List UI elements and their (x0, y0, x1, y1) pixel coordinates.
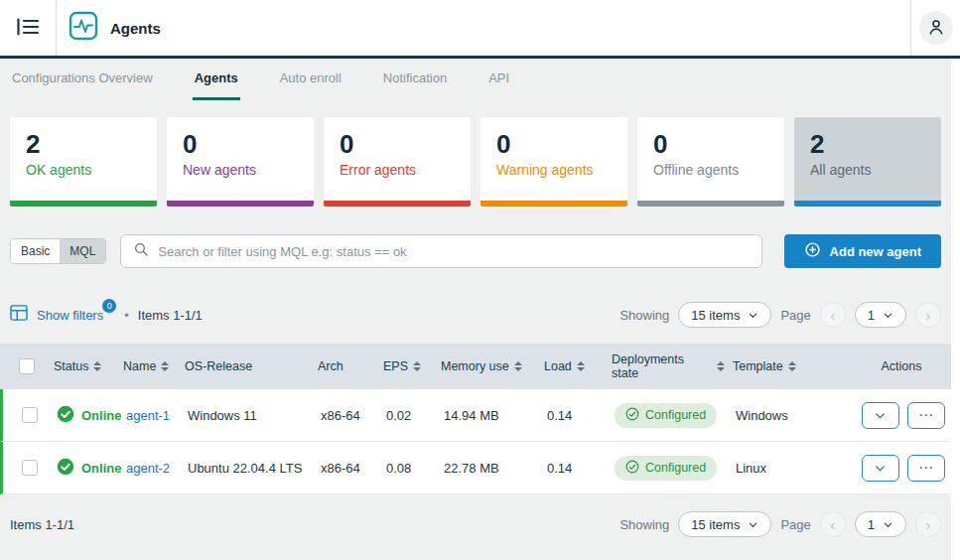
expand-row-button[interactable] (862, 402, 899, 429)
os-release-cell: Ubuntu 22.04.4 LTS (180, 461, 313, 476)
tab-auto-enroll[interactable]: Auto enroll (278, 70, 343, 100)
search-row: Basic MQL Add new agent (0, 207, 951, 268)
error-agents-count: 0 (340, 129, 455, 160)
topbar-user-area (910, 0, 960, 56)
mode-basic-button[interactable]: Basic (11, 239, 60, 263)
page-label: Page (780, 517, 810, 532)
row-menu-button[interactable]: ⋯ (907, 455, 945, 482)
offline-agents-label: Offline agents (653, 162, 768, 178)
card-new-agents[interactable]: 0 New agents (167, 117, 314, 207)
filters-count-badge: 0 (102, 299, 116, 313)
new-agents-label: New agents (183, 162, 298, 178)
deployments-state-cell: Configured (607, 403, 728, 428)
search-input[interactable] (158, 244, 749, 259)
offline-agents-count: 0 (653, 129, 768, 160)
warning-agents-count: 0 (496, 129, 612, 160)
items-per-page-value: 15 items (691, 517, 740, 532)
column-header-deployments-state[interactable]: Deployments state (604, 352, 725, 380)
load-cell: 0.14 (539, 408, 607, 423)
card-ok-agents[interactable]: 2 OK agents (10, 117, 157, 207)
table-toolbar: Show filters 0 • Items 1-1/1 Showing 15 … (0, 268, 951, 344)
status-text: Online (81, 408, 121, 423)
table-footer: Items 1-1/1 Showing 15 items Page ‹ 1 › (0, 494, 951, 554)
agent-name-link[interactable]: agent-1 (126, 408, 170, 423)
new-agents-count: 0 (183, 129, 298, 160)
table-header-row: Status Name OS-Release Arch EPS Memory u… (0, 344, 951, 389)
row-checkbox[interactable] (22, 460, 38, 476)
search-icon (133, 241, 149, 261)
arch-cell: x86-64 (313, 461, 378, 476)
footer-pager: Showing 15 items Page ‹ 1 › (619, 511, 941, 537)
card-error-agents[interactable]: 0 Error agents (324, 117, 471, 207)
chevron-down-icon (883, 519, 893, 530)
agents-app-icon (69, 11, 98, 45)
card-offline-agents[interactable]: 0 Offline agents (637, 117, 784, 207)
load-cell: 0.14 (539, 461, 607, 476)
add-new-agent-label: Add new agent (830, 244, 921, 259)
arch-cell: x86-64 (313, 408, 378, 423)
agent-name-link[interactable]: agent-2 (126, 461, 170, 476)
user-icon (927, 18, 945, 39)
select-all-checkbox[interactable] (19, 358, 35, 374)
status-online-icon (57, 458, 74, 479)
next-page-button[interactable]: › (915, 302, 941, 328)
template-cell: Linux (728, 461, 855, 476)
items-per-page-value: 15 items (691, 308, 740, 323)
check-circle-icon (625, 407, 639, 424)
column-header-eps[interactable]: EPS (375, 359, 433, 373)
add-new-agent-button[interactable]: Add new agent (784, 234, 941, 268)
items-per-page-select[interactable]: 15 items (678, 511, 771, 537)
os-release-cell: Windows 11 (180, 408, 313, 423)
tab-bar: Configurations Overview Agents Auto enro… (0, 59, 951, 100)
toolbar-left: Show filters 0 • Items 1-1/1 (10, 305, 203, 325)
column-header-name[interactable]: Name (115, 359, 177, 373)
row-actions: ⋯ (862, 455, 945, 482)
row-checkbox[interactable] (22, 407, 38, 423)
tab-configurations-overview[interactable]: Configurations Overview (10, 70, 155, 100)
column-header-load[interactable]: Load (536, 359, 604, 373)
showing-label: Showing (619, 517, 669, 532)
tab-agents[interactable]: Agents (193, 70, 240, 100)
filters-icon (10, 305, 28, 325)
sort-icon (93, 361, 101, 371)
sort-icon (577, 361, 585, 371)
status-online-icon (57, 405, 74, 426)
prev-page-button[interactable]: ‹ (820, 511, 846, 537)
tab-notification[interactable]: Notification (381, 70, 449, 100)
page-number-value: 1 (868, 517, 875, 532)
row-menu-button[interactable]: ⋯ (907, 402, 945, 429)
status-text: Online (81, 461, 121, 476)
table-row: Online agent-2 Ubuntu 22.04.4 LTS x86-64… (0, 442, 951, 494)
card-warning-agents[interactable]: 0 Warning agents (480, 117, 627, 207)
column-header-status[interactable]: Status (46, 359, 115, 373)
mode-mql-button[interactable]: MQL (60, 239, 105, 263)
main-content: Configurations Overview Agents Auto enro… (0, 59, 951, 560)
items-range-text: Items 1-1/1 (10, 517, 74, 532)
column-header-memory-use[interactable]: Memory use (433, 359, 536, 373)
page-number-select[interactable]: 1 (855, 302, 906, 328)
page-number-select[interactable]: 1 (855, 511, 906, 537)
prev-page-button[interactable]: ‹ (820, 302, 846, 328)
chevron-down-icon (748, 519, 758, 530)
eps-cell: 0.08 (378, 461, 436, 476)
toolbar-pager: Showing 15 items Page ‹ 1 › (619, 302, 941, 328)
deployments-state-cell: Configured (607, 456, 728, 481)
column-header-template[interactable]: Template (725, 359, 852, 373)
sidebar-toggle-button[interactable] (0, 0, 57, 56)
sort-icon (514, 361, 522, 371)
table-row: Online agent-1 Windows 11 x86-64 0.02 14… (0, 389, 951, 442)
ok-agents-label: OK agents (26, 162, 141, 178)
items-per-page-select[interactable]: 15 items (678, 302, 771, 328)
user-menu-button[interactable] (919, 11, 953, 45)
ok-agents-count: 2 (26, 129, 141, 160)
memory-use-cell: 14.94 MB (436, 408, 539, 423)
search-box (120, 234, 761, 268)
page-label: Page (780, 308, 810, 323)
tab-api[interactable]: API (486, 70, 511, 100)
card-all-agents[interactable]: 2 All agents (794, 117, 941, 207)
expand-row-button[interactable] (862, 455, 899, 482)
page-title: Agents (110, 20, 161, 37)
next-page-button[interactable]: › (915, 511, 941, 537)
sort-icon (161, 361, 169, 371)
show-filters-link[interactable]: Show filters 0 (37, 308, 103, 323)
